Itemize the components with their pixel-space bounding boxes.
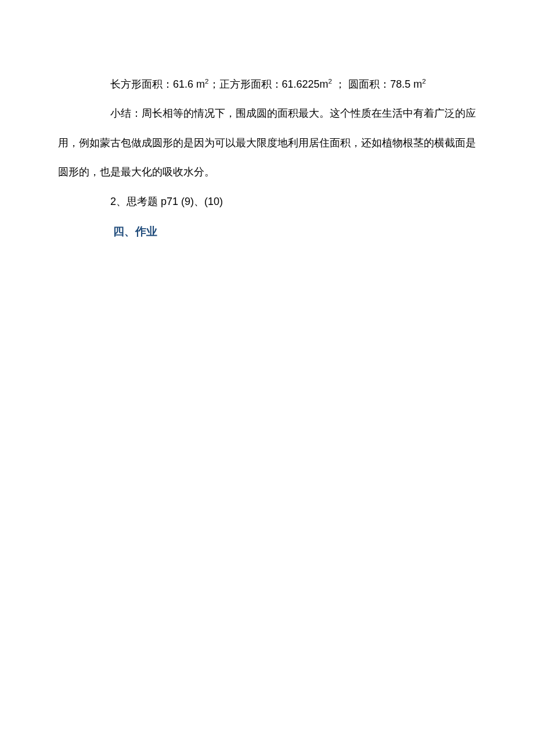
rectangle-area-value: 61.6 m [173, 78, 205, 90]
square-area-label: 正方形面积： [219, 78, 282, 90]
exercise-line: 2、思考题 p71 (9)、(10) [58, 187, 476, 216]
section-heading-homework: 四、作业 [58, 216, 476, 247]
rectangle-area-label: 长方形面积： [110, 78, 173, 90]
circle-area-value: 78.5 m [390, 78, 422, 90]
area-calculations-line: 长方形面积：61.6 m2；正方形面积：61.6225m2 ； 圆面积：78.5… [58, 70, 476, 99]
separator-1: ； [209, 78, 219, 90]
summary-paragraph: 小结：周长相等的情况下，围成圆的面积最大。这个性质在生活中有着广泛的应用，例如蒙… [58, 99, 476, 186]
circle-area-unit-sup: 2 [422, 77, 426, 85]
separator-2: ； [332, 78, 348, 90]
circle-area-label: 圆面积： [348, 78, 390, 90]
exercise-text: 2、思考题 p71 (9)、(10) [110, 196, 223, 207]
summary-label: 小结： [110, 107, 142, 119]
document-content: 长方形面积：61.6 m2；正方形面积：61.6225m2 ； 圆面积：78.5… [58, 70, 476, 247]
square-area-value: 61.6225m [282, 78, 329, 90]
heading-text: 四、作业 [113, 225, 157, 237]
